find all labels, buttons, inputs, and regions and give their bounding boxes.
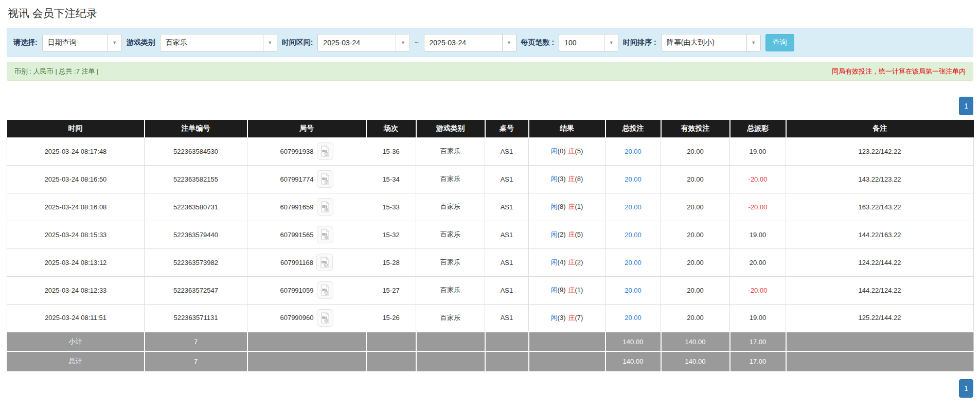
subtotal-empty <box>366 332 416 351</box>
cell-result: 闲(0)庄(5) <box>529 137 605 165</box>
page-1-button[interactable]: 1 <box>959 97 973 115</box>
col-header-time: 时间 <box>7 120 145 137</box>
subtotal-row: 小计 7 140.00 140.00 17.00 <box>7 332 974 351</box>
cell-payout: 20.00 <box>730 248 786 276</box>
video-replay-button[interactable] <box>317 281 333 299</box>
total-bet-link[interactable]: 20.00 <box>625 287 642 294</box>
cell-bet-id: 522363584530 <box>145 137 247 165</box>
result-banker-label: 庄 <box>568 314 575 322</box>
grand-total-payout: 17.00 <box>730 351 786 371</box>
cell-round: 607991659 <box>247 193 366 221</box>
video-file-icon <box>320 173 330 185</box>
total-bet-link[interactable]: 20.00 <box>625 259 642 266</box>
page-title: 视讯 会员下注纪录 <box>8 6 973 21</box>
cell-session: 15-36 <box>366 137 416 165</box>
result-banker-label: 庄 <box>568 286 575 294</box>
date-to-value: 2025-03-24 <box>424 34 502 51</box>
result-banker-label: 庄 <box>568 230 575 238</box>
chevron-down-icon: ▼ <box>604 34 618 51</box>
page-size-select[interactable]: 100 ▼ <box>559 34 618 51</box>
cell-table-no: AS1 <box>485 304 529 332</box>
cell-bet-id: 522363580731 <box>145 193 247 221</box>
date-range-tilde: ~ <box>415 39 419 47</box>
cell-bet-id: 522363579440 <box>145 221 247 248</box>
col-header-payout: 总派彩 <box>730 120 786 137</box>
date-to-select[interactable]: 2025-03-24 ▼ <box>424 34 516 51</box>
video-replay-button[interactable] <box>316 254 333 271</box>
grand-total-empty <box>485 351 529 371</box>
subtotal-total-bet: 140.00 <box>605 332 661 351</box>
currency-total-text: 币别 : 人民币 | 总共 :7 注单 | <box>14 67 99 76</box>
video-replay-button[interactable] <box>317 198 333 216</box>
video-file-icon <box>320 229 330 240</box>
total-bet-link[interactable]: 20.00 <box>625 231 642 239</box>
result-player-label: 闲 <box>551 230 558 238</box>
cell-remark: 144.22/163.22 <box>786 221 974 248</box>
cell-result: 闲(3)庄(8) <box>529 165 605 193</box>
round-id: 607991168 <box>280 259 313 266</box>
subtotal-empty <box>247 332 366 351</box>
total-bet-link[interactable]: 20.00 <box>625 148 642 155</box>
total-bet-link[interactable]: 20.00 <box>625 203 642 211</box>
video-file-icon <box>320 284 330 296</box>
round-id: 607991059 <box>280 287 313 294</box>
cell-time: 2025-03-24 08:12:33 <box>7 276 145 304</box>
chevron-down-icon: ▼ <box>502 34 516 51</box>
total-bet-link[interactable]: 20.00 <box>625 314 642 322</box>
video-file-icon <box>319 257 330 268</box>
video-replay-button[interactable] <box>317 309 333 327</box>
grand-total-empty <box>529 351 605 371</box>
col-header-total-bet: 总投注 <box>605 120 661 137</box>
pagination-bottom: 1 <box>7 379 973 398</box>
chevron-down-icon: ▼ <box>108 34 121 51</box>
subtotal-payout: 17.00 <box>730 332 786 351</box>
cell-valid-bet: 20.00 <box>661 276 730 304</box>
table-row: 2025-03-24 08:11:51 522363571131 6079909… <box>7 304 974 332</box>
cell-game: 百家乐 <box>416 276 485 304</box>
game-category-select[interactable]: 百家乐 ▼ <box>160 34 277 51</box>
game-category-value: 百家乐 <box>161 34 263 51</box>
sort-order-select[interactable]: 降幂(由大到小) ▼ <box>661 34 761 51</box>
search-button[interactable]: 查询 <box>765 34 794 51</box>
video-replay-button[interactable] <box>317 226 333 243</box>
page-size-label: 每页笔数 : <box>521 38 555 47</box>
cell-round: 607991059 <box>247 276 366 304</box>
date-from-select[interactable]: 2025-03-24 ▼ <box>317 34 410 51</box>
cell-time: 2025-03-24 08:13:12 <box>7 248 145 276</box>
table-row: 2025-03-24 08:12:33 522363572547 6079910… <box>7 276 974 304</box>
subtotal-valid-bet: 140.00 <box>661 332 730 351</box>
total-bet-link[interactable]: 20.00 <box>625 175 642 183</box>
cell-round: 607991565 <box>247 221 366 248</box>
cell-table-no: AS1 <box>485 193 529 221</box>
cell-payout: -20.00 <box>730 193 786 221</box>
sort-order-label: 时间排序 : <box>623 38 656 47</box>
result-player-score: (9) <box>558 286 566 294</box>
cell-payout: 19.00 <box>730 304 786 332</box>
cell-session: 15-32 <box>366 221 416 248</box>
col-header-valid-bet: 有效投注 <box>661 120 730 137</box>
subtotal-empty <box>529 332 605 351</box>
cell-game: 百家乐 <box>416 304 485 332</box>
page-1-button[interactable]: 1 <box>959 379 973 398</box>
cell-table-no: AS1 <box>485 276 529 304</box>
betting-records-table: 时间 注单编号 局号 场次 游戏类别 桌号 结果 总投注 有效投注 总派彩 备注… <box>7 120 974 371</box>
valid-bet-note: 同局有效投注，统一计算在该局第一张注单内 <box>832 67 966 76</box>
table-row: 2025-03-24 08:15:33 522363579440 6079915… <box>7 221 974 248</box>
video-replay-button[interactable] <box>317 170 333 188</box>
cell-total-bet: 20.00 <box>605 276 661 304</box>
video-replay-button[interactable] <box>317 142 333 160</box>
pagination-top: 1 <box>7 97 973 115</box>
cell-result: 闲(9)庄(1) <box>529 276 605 304</box>
col-header-bet-id: 注单编号 <box>145 120 247 137</box>
result-banker-score: (5) <box>575 147 583 155</box>
table-row: 2025-03-24 08:13:12 522363573982 6079911… <box>7 248 974 276</box>
cell-valid-bet: 20.00 <box>661 304 730 332</box>
grand-total-count: 7 <box>145 351 247 371</box>
query-type-select[interactable]: 日期查询 ▼ <box>42 34 122 51</box>
result-player-score: (0) <box>558 147 566 155</box>
result-banker-score: (5) <box>575 230 583 238</box>
result-player-label: 闲 <box>551 147 558 155</box>
subtotal-label: 小计 <box>7 332 145 351</box>
cell-remark: 163.22/143.22 <box>786 193 974 221</box>
grand-total-label: 总计 <box>7 351 145 371</box>
